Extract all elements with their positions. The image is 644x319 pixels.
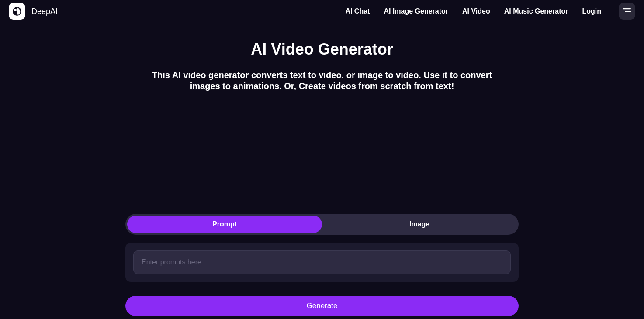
main-content: AI Video Generator This AI video generat… [0, 23, 644, 316]
nav-login[interactable]: Login [582, 7, 601, 15]
controls-section: Prompt Image Generate [125, 214, 519, 316]
menu-icon [623, 8, 631, 14]
nav-ai-music-generator[interactable]: AI Music Generator [504, 7, 568, 15]
brand-name: DeepAI [31, 7, 58, 16]
tab-image[interactable]: Image [322, 216, 517, 233]
tab-container: Prompt Image [125, 214, 519, 235]
svg-rect-4 [623, 14, 631, 14]
page-title: AI Video Generator [251, 40, 393, 58]
svg-rect-2 [623, 8, 631, 9]
nav-ai-video[interactable]: AI Video [462, 7, 490, 15]
logo-icon [9, 3, 25, 20]
prompt-input[interactable] [133, 250, 511, 274]
logo-section[interactable]: DeepAI [9, 3, 58, 20]
svg-point-1 [14, 9, 17, 11]
prompt-input-wrapper [125, 243, 519, 282]
generate-button[interactable]: Generate [125, 296, 519, 316]
page-subtitle: This AI video generator converts text to… [147, 70, 497, 92]
menu-button[interactable] [619, 3, 635, 20]
svg-rect-3 [625, 11, 631, 12]
nav: AI Chat AI Image Generator AI Video AI M… [345, 3, 635, 20]
tab-prompt[interactable]: Prompt [127, 216, 322, 233]
nav-ai-image-generator[interactable]: AI Image Generator [384, 7, 448, 15]
nav-ai-chat[interactable]: AI Chat [345, 7, 370, 15]
header: DeepAI AI Chat AI Image Generator AI Vid… [0, 0, 644, 23]
